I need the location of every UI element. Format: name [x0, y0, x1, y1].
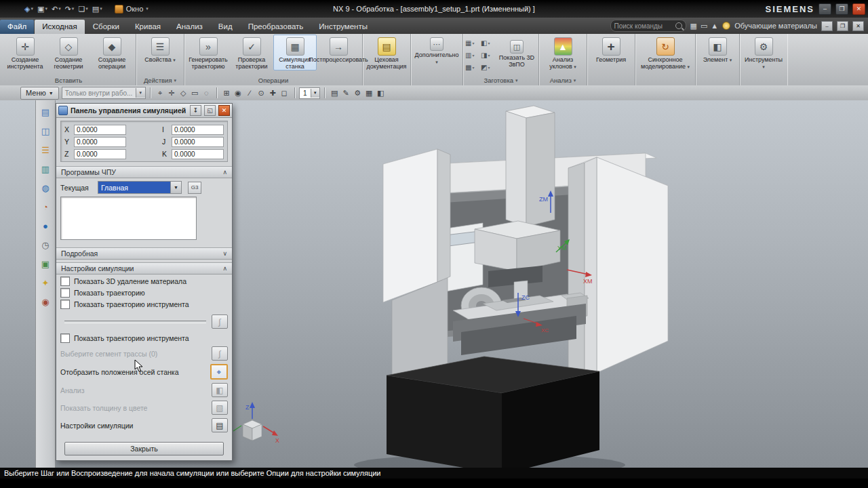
thickness-color-button[interactable]: ▧: [212, 401, 228, 415]
history-icon[interactable]: ◷: [39, 239, 52, 251]
checkbox[interactable]: [60, 277, 70, 286]
panel-title-bar[interactable]: Панель управления симуляцией ↧ ◱ ✕: [56, 104, 232, 118]
process-studio-icon[interactable]: ▣: [39, 258, 52, 270]
synchronous-modeling-button[interactable]: ↻ Синхронное моделирование ▾: [637, 35, 693, 71]
tab-home[interactable]: Исходная: [35, 20, 84, 34]
machine-axes-button[interactable]: ⌖: [210, 364, 228, 380]
group-caption-operations[interactable]: Операции: [186, 75, 360, 85]
properties-button[interactable]: ☰ Свойства ▾: [138, 35, 182, 64]
postprocess-button[interactable]: → Постпроцессировать: [317, 35, 360, 64]
wcs-icon[interactable]: ▤: [329, 87, 340, 99]
reuse-library-icon[interactable]: ▥: [39, 163, 52, 176]
ijk-value-field[interactable]: 0.0000: [172, 125, 224, 135]
axis-value-field[interactable]: 0.0000: [74, 137, 126, 147]
machine-simulation-button[interactable]: ▦ Симуляция станка: [273, 35, 317, 70]
assembly-navigator-icon[interactable]: ▤: [39, 106, 52, 119]
blank-ipw-icon[interactable]: ▥▾: [465, 49, 480, 61]
blank-level-icon[interactable]: ▩▾: [465, 62, 480, 73]
shop-documentation-button[interactable]: ▤ Цеховая документация: [365, 35, 408, 70]
create-tool-button[interactable]: ✛ Создание инструмента: [3, 35, 47, 70]
tools-button[interactable]: ⚙ Инструменты ▾: [742, 35, 785, 71]
tab-analysis[interactable]: Анализ: [169, 20, 210, 34]
gcode-list-button[interactable]: G3: [188, 182, 201, 194]
visual-reports-icon[interactable]: ◔: [39, 201, 52, 214]
snap-angle-spinner[interactable]: 1 ▼: [299, 87, 320, 99]
checkbox[interactable]: [60, 333, 70, 343]
doc-minimize-button[interactable]: –: [821, 21, 833, 31]
checkbox[interactable]: [60, 300, 70, 309]
section-nc-programs[interactable]: Программы ЧПУ ∧: [56, 166, 232, 178]
tab-view[interactable]: Вид: [211, 20, 240, 34]
part-navigator-icon[interactable]: ☰: [39, 144, 52, 157]
nc-program-list[interactable]: [60, 197, 197, 240]
slider-track[interactable]: [64, 321, 206, 323]
more-button[interactable]: ⋯ Дополнительно▾: [413, 35, 460, 66]
lasso-select-icon[interactable]: ◌: [201, 87, 212, 99]
current-program-dropdown[interactable]: Главная ▼: [98, 181, 182, 194]
group-caption-blank[interactable]: Заготовка▾: [465, 75, 536, 85]
grid-display-icon[interactable]: ▦: [363, 87, 375, 99]
undo-icon[interactable]: ↶ ▾: [50, 3, 62, 15]
section-sim-settings[interactable]: Настройки симуляции ∧: [56, 262, 232, 274]
create-operation-button[interactable]: ◆ Создание операции: [90, 35, 134, 70]
group-caption-insert[interactable]: Вставить: [3, 75, 134, 85]
axis-value-field[interactable]: 0.0000: [74, 125, 126, 135]
analysis-button[interactable]: ◧: [212, 383, 228, 397]
group-caption-analysis[interactable]: Анализ▾: [541, 75, 585, 85]
preferences-icon[interactable]: ⚙: [352, 87, 363, 99]
verify-toolpath-button[interactable]: ✓ Проверка траектории: [230, 35, 273, 70]
sim-settings-button[interactable]: ▤: [212, 418, 228, 432]
face-filter-icon[interactable]: ◇: [178, 87, 189, 99]
selection-scope-dropdown[interactable]: Только внутри рабо... ▼: [62, 87, 146, 99]
tab-file[interactable]: Файл: [0, 20, 34, 34]
sketch-icon[interactable]: ✎: [340, 87, 352, 99]
window-layout-icon[interactable]: ▤ ▾: [91, 3, 104, 15]
ijk-value-field[interactable]: 0.0000: [172, 137, 224, 147]
rect-select-icon[interactable]: ▭: [189, 87, 201, 99]
vertex-icon[interactable]: ◻: [279, 87, 290, 99]
ijk-value-field[interactable]: 0.0000: [172, 149, 224, 159]
roles-icon[interactable]: ◉: [39, 296, 52, 308]
doc-close-button[interactable]: ✕: [852, 21, 864, 31]
intersection-icon[interactable]: ✚: [267, 87, 279, 99]
draft-analysis-button[interactable]: ▲ Анализ уклонов ▾: [541, 35, 585, 71]
tab-transform[interactable]: Преобразовать: [241, 20, 311, 34]
snap-point-icon[interactable]: ⌖: [155, 87, 166, 99]
render-style-icon[interactable]: ◧: [375, 87, 387, 99]
web-browser-icon[interactable]: ●: [39, 220, 52, 232]
maximize-button[interactable]: ❐: [835, 3, 848, 15]
window-display-icon[interactable]: ▭: [701, 22, 707, 30]
command-finder-icon[interactable]: ▦: [690, 22, 697, 30]
blank-compare-icon[interactable]: ◩▾: [481, 62, 496, 73]
nx-logo-icon[interactable]: ◈ ▾: [23, 3, 35, 15]
midpoint-icon[interactable]: ∕: [244, 87, 256, 99]
segment-select-button[interactable]: ∫: [212, 346, 228, 361]
hd3d-tool-icon[interactable]: ◍: [39, 182, 52, 195]
axis-value-field[interactable]: 0.0000: [74, 149, 126, 159]
blank-save-icon[interactable]: ◨▾: [481, 49, 496, 61]
point-filter-icon[interactable]: ✛: [166, 87, 178, 99]
section-detailed[interactable]: Подробная ∨: [56, 247, 232, 260]
tab-assemblies[interactable]: Сборки: [85, 20, 127, 34]
panel-dock-button[interactable]: ◱: [204, 105, 216, 116]
tab-curve[interactable]: Кривая: [127, 20, 168, 34]
manufacturing-wizards-icon[interactable]: ✦: [39, 277, 52, 289]
show-3d-ipw-button[interactable]: ◫ Показать 3D ЗвПО: [497, 35, 536, 68]
grid-snap-icon[interactable]: ⊞: [221, 87, 233, 99]
tab-tools[interactable]: Инструменты: [311, 20, 375, 34]
blank-show-icon[interactable]: ◧▾: [481, 37, 496, 49]
minimize-button[interactable]: –: [818, 3, 831, 15]
menu-button[interactable]: Меню ▼: [20, 87, 59, 100]
redo-icon[interactable]: ↷ ▾: [64, 3, 76, 15]
command-search[interactable]: Поиск команды: [610, 20, 686, 32]
geometry-button[interactable]: + Геометрия: [589, 35, 633, 64]
save-icon[interactable]: ▣ ▾: [36, 3, 49, 15]
close-panel-button[interactable]: Закрыть: [64, 442, 224, 455]
panel-close-button[interactable]: ✕: [218, 105, 230, 116]
copy-icon[interactable]: ❏ ▾: [77, 3, 89, 15]
generate-toolpath-button[interactable]: » Генерировать траекторию: [186, 35, 230, 70]
checkbox[interactable]: [60, 288, 70, 298]
panel-clip-button[interactable]: ↧: [190, 105, 201, 116]
blank-geometry-icon[interactable]: ▦▾: [465, 37, 480, 49]
trajectory-color-button[interactable]: ∫: [212, 314, 228, 329]
